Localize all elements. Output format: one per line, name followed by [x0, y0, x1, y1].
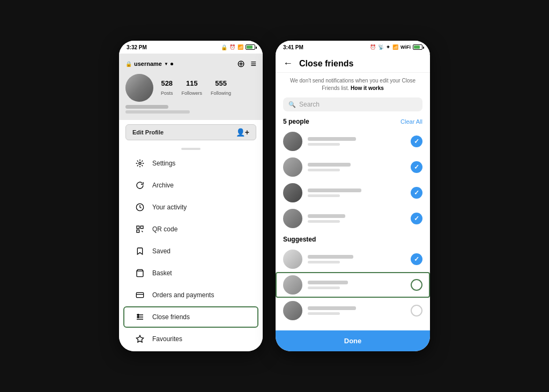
back-button[interactable]: ←	[283, 58, 293, 69]
edit-profile-button[interactable]: Edit Profile 👤+	[125, 124, 256, 140]
clear-all-button[interactable]: Clear All	[400, 118, 422, 125]
add-friend-icon: 👤+	[236, 128, 249, 137]
posts-count: 528	[161, 79, 173, 87]
suggested-sub-3	[308, 312, 340, 315]
followers-count: 115	[182, 79, 203, 87]
people-count: 5 people	[283, 118, 309, 125]
left-status-bar: 3:32 PM 🔒 ⏰ 📶	[119, 41, 263, 54]
svg-point-18	[137, 316, 139, 318]
signal-icon: 📶	[392, 44, 398, 50]
bottom-sheet: Settings Archive Y	[119, 144, 263, 351]
network-icon: 📶	[238, 44, 243, 50]
check-filled-2[interactable]: ✓	[411, 161, 422, 173]
suggested-title: Suggested	[276, 233, 430, 246]
right-phone-content: ← Close friends We don't send notificati…	[276, 54, 430, 351]
done-button[interactable]: Done	[276, 330, 430, 351]
left-status-icons: 🔒 ⏰ 📶	[221, 44, 255, 50]
basket-label: Basket	[152, 269, 172, 277]
stat-following: 555 Following	[211, 79, 231, 97]
check-mark-4: ✓	[414, 215, 419, 222]
menu-item-favourites[interactable]: Favourites	[123, 328, 258, 350]
lock-icon: 🔒	[221, 44, 227, 50]
suggested-item-1[interactable]: ✓	[276, 246, 430, 272]
suggested-sub-1	[308, 261, 340, 263]
search-input[interactable]: Search	[299, 101, 320, 108]
stat-followers: 115 Followers	[182, 79, 203, 97]
right-alarm-icon: ⏰	[370, 44, 376, 50]
page-title: Close friends	[299, 59, 353, 69]
friend-item-1[interactable]: ✓	[276, 129, 430, 154]
menu-item-basket[interactable]: Basket	[123, 262, 258, 284]
stats-row: 528 Posts 115 Followers 555 Following	[161, 79, 231, 97]
bluetooth-icon: ✦	[386, 44, 390, 50]
profile-header: 🔒 username ▼ ⊕ ≡ 528 Posts	[119, 54, 263, 120]
close-friends-label: Close friends	[152, 313, 190, 321]
wifi-icon: WiFi	[400, 44, 411, 50]
friend-avatar-4	[283, 209, 302, 228]
menu-item-archive[interactable]: Archive	[123, 175, 258, 196]
search-bar[interactable]: 🔍 Search	[283, 97, 422, 111]
qr-icon	[135, 224, 145, 234]
bio-placeholder	[125, 110, 190, 114]
left-time: 3:32 PM	[127, 44, 147, 50]
friend-item-3[interactable]: ✓	[276, 180, 430, 206]
favourites-icon	[135, 334, 145, 344]
following-label: Following	[211, 91, 231, 96]
check-filled-1[interactable]: ✓	[411, 135, 422, 147]
left-phone: 3:32 PM 🔒 ⏰ 📶 🔒 username ▼ ⊕	[119, 41, 263, 351]
add-icon[interactable]: ⊕	[237, 58, 245, 70]
menu-item-qr[interactable]: QR code	[123, 218, 258, 240]
svg-rect-3	[140, 226, 143, 229]
svg-point-17	[137, 314, 139, 316]
check-empty-suggested-3[interactable]	[411, 305, 422, 316]
sheet-handle	[119, 144, 263, 152]
check-mark-2: ✓	[414, 163, 419, 171]
battery-icon	[246, 44, 255, 50]
suggested-name-block-1	[308, 255, 405, 263]
name-placeholder	[125, 105, 168, 109]
stat-posts: 528 Posts	[161, 79, 173, 97]
menu-icon[interactable]: ≡	[250, 58, 256, 70]
menu-item-close-friends[interactable]: Close friends	[123, 306, 258, 328]
posts-label: Posts	[161, 91, 173, 96]
menu-item-saved[interactable]: Saved	[123, 240, 258, 262]
friend-name-block-1	[308, 137, 405, 146]
check-empty-suggested-2[interactable]	[411, 279, 422, 291]
right-time: 3:41 PM	[283, 44, 303, 50]
right-phone: 3:41 PM ⏰ 📡 ✦ 📶 WiFi ← Close friends We …	[276, 41, 430, 351]
svg-rect-4	[137, 230, 139, 232]
how-it-works-link[interactable]: How it works	[351, 85, 384, 91]
suggested-name-block-3	[308, 306, 405, 315]
notification-dot	[170, 63, 173, 65]
menu-item-settings[interactable]: Settings	[123, 153, 258, 174]
check-filled-3[interactable]: ✓	[411, 187, 422, 199]
close-friends-icon	[135, 312, 145, 322]
menu-item-orders[interactable]: Orders and payments	[123, 284, 258, 306]
profile-name-bar	[125, 105, 256, 114]
suggested-name-block-2	[308, 281, 405, 289]
username-text: username	[134, 61, 162, 67]
archive-label: Archive	[152, 182, 174, 189]
svg-marker-19	[136, 335, 143, 342]
svg-point-0	[139, 162, 141, 164]
check-filled-4[interactable]: ✓	[411, 213, 422, 224]
friend-avatar-2	[283, 157, 302, 177]
menu-item-activity[interactable]: Your activity	[123, 197, 258, 218]
profile-lock-icon: 🔒	[125, 61, 132, 67]
menu-item-covid[interactable]: COVID-19 Information Centre	[123, 350, 258, 351]
people-section-header: 5 people Clear All	[276, 116, 430, 129]
suggested-item-3[interactable]	[276, 298, 430, 323]
menu-list: Settings Archive Y	[119, 153, 263, 351]
friend-name-4	[308, 214, 345, 218]
friend-item-4[interactable]: ✓	[276, 206, 430, 231]
profile-top-bar: 🔒 username ▼ ⊕ ≡	[125, 58, 256, 70]
suggested-avatar-2	[283, 275, 302, 295]
alarm-icon: ⏰	[229, 44, 235, 50]
favourites-label: Favourites	[152, 335, 182, 343]
check-filled-suggested-1[interactable]: ✓	[411, 253, 422, 265]
friend-item-2[interactable]: ✓	[276, 154, 430, 180]
search-icon: 🔍	[288, 101, 296, 108]
suggested-item-2[interactable]	[276, 272, 430, 298]
suggested-avatar-1	[283, 250, 302, 269]
friend-sub-4	[308, 220, 340, 223]
